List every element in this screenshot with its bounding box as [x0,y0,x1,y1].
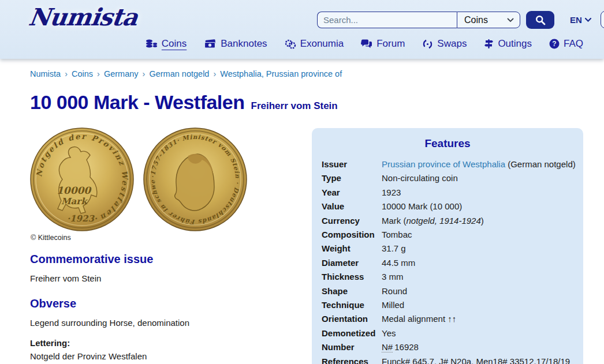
features-panel: Features Issuer Prussian province of Wes… [312,128,583,364]
nav-label: Swaps [437,38,467,50]
svg-text:?: ? [552,40,556,48]
feature-value: Non-circulating coin [382,171,573,185]
nav-item-faq[interactable]: ? FAQ [549,38,583,50]
numista-number-code[interactable]: N# [382,342,393,352]
features-title: Features [312,137,583,150]
lettering-block: Lettering: Notgeld der Provinz Westfalen… [30,338,301,364]
issuer-link[interactable]: Prussian province of Westphalia [382,159,505,169]
search-category-select[interactable]: Coins [457,12,520,28]
nav-label: Forum [376,38,405,50]
feature-row-demonetized: Demonetized Yes [312,327,583,340]
obverse-coin-photo[interactable]: Notgeld der Provinz Westfalen 10000 Mark… [30,127,134,231]
feature-label: Currency [322,214,382,228]
breadcrumb-link-westphalia[interactable]: Westphalia, Prussian province of [220,69,342,78]
lettering-label: Lettering: [30,338,301,348]
feature-label: Diameter [322,256,382,270]
nav-label: Banknotes [221,38,267,50]
nav-item-forum[interactable]: Forum [361,38,405,50]
site-header: Numista Coins EN [0,0,604,59]
page-title: 10 000 Mark - WestfalenFreiherr vom Stei… [30,91,338,114]
feature-value: Medal alignment ↑↑ [382,312,573,326]
breadcrumb-link-german-notgeld[interactable]: German notgeld [149,69,209,78]
feature-label: Year [322,186,382,200]
nav-item-swaps[interactable]: Swaps [422,38,467,50]
feature-value: Funck# 645.7, J# N20a, Men18# 33512.17/1… [382,355,573,364]
feature-row-weight: Weight 31.7 g [312,242,583,256]
feature-label: Shape [322,284,382,298]
feature-value: Round [382,284,573,298]
language-selector[interactable]: EN [570,15,591,25]
obverse-description: Legend surrounding Horse, denomination [30,318,301,328]
breadcrumb-link-coins[interactable]: Coins [72,69,93,78]
feature-row-value: Value 10000 Mark (10 000) [312,200,583,213]
numista-number: 16928 [393,342,419,352]
feature-label: Weight [322,242,382,256]
feature-row-year: Year 1923 [312,186,583,200]
chevron-down-icon [585,18,591,22]
swaps-icon [422,39,433,49]
breadcrumb-separator: › [143,69,146,78]
nav-label: Outings [498,38,532,50]
obverse-unit: Mark [61,196,88,207]
feature-row-diameter: Diameter 44.5 mm [312,256,583,270]
search-input[interactable] [317,12,457,28]
language-code: EN [570,15,582,25]
clipped-header-button[interactable] [601,11,604,28]
feature-row-type: Type Non-circulating coin [312,171,583,185]
nav-item-outings[interactable]: Outings [484,38,532,50]
reverse-coin-photo[interactable]: ·1757-1831· Minister vom Stein · Deutsch… [143,127,247,231]
search-category-value: Coins [464,15,488,25]
feature-label: Number [322,340,382,354]
search-icon [535,15,546,25]
feature-row-issuer: Issuer Prussian province of Westphalia (… [312,157,583,171]
nav-item-banknotes[interactable]: Banknotes [204,38,267,50]
feature-label: References [322,355,382,364]
feature-value: Milled [382,298,573,312]
nav-label: Coins [162,38,187,50]
breadcrumb: Numista›Coins›Germany›German notgeld›Wes… [30,69,342,78]
feature-label: Thickness [322,270,382,284]
coin-photos: Notgeld der Provinz Westfalen 10000 Mark… [30,127,247,231]
nav-item-coins[interactable]: Coins [146,38,187,50]
feature-label: Value [322,200,382,213]
currency-period: notgeld, 1914-1924 [407,216,481,226]
coins-icon [146,39,158,48]
nav-label: Exonumia [300,38,344,50]
feature-value: 3 mm [382,270,573,284]
feature-row-currency: Currency Mark (notgeld, 1914-1924) [312,214,583,228]
breadcrumb-separator: › [65,69,68,78]
commemorative-heading: Commemorative issue [30,253,301,266]
coin-subtitle: Freiherr vom Stein [251,100,338,111]
feature-value: 31.7 g [382,242,573,256]
feature-row-technique: Technique Milled [312,298,583,312]
issuer-suffix: (German notgeld) [505,159,576,169]
breadcrumb-separator: › [213,69,216,78]
numista-logo[interactable]: Numista [27,3,140,31]
nav-label: FAQ [564,38,583,50]
feature-row-orientation: Orientation Medal alignment ↑↑ [312,312,583,326]
outings-icon [484,39,494,49]
breadcrumb-separator: › [97,69,100,78]
feature-value: 44.5 mm [382,256,573,270]
breadcrumb-link-germany[interactable]: Germany [104,69,139,78]
lettering-line: Notgeld der Provinz Westfalen [30,351,301,362]
main-nav: Coins Banknotes Exonumia Forum [146,38,583,50]
feature-row-composition: Composition Tombac [312,228,583,242]
feature-label: Composition [322,228,382,242]
feature-value: 1923 [382,186,573,200]
breadcrumb-link-numista[interactable]: Numista [30,69,61,78]
feature-row-thickness: Thickness 3 mm [312,270,583,284]
currency-suffix: ) [481,216,484,226]
feature-row-references: References Funck# 645.7, J# N20a, Men18#… [312,355,583,364]
feature-label: Technique [322,298,382,312]
obverse-heading: Obverse [30,297,301,310]
description-column: Commemorative issue Freiherr vom Stein O… [30,253,301,364]
search-button[interactable] [526,11,554,29]
faq-icon: ? [549,39,560,49]
currency-prefix: Mark ( [382,216,407,226]
exonumia-icon [285,39,296,49]
feature-label: Demonetized [322,327,382,340]
chevron-down-icon [507,18,514,22]
feature-label: Type [322,171,382,185]
nav-item-exonumia[interactable]: Exonumia [285,38,344,50]
